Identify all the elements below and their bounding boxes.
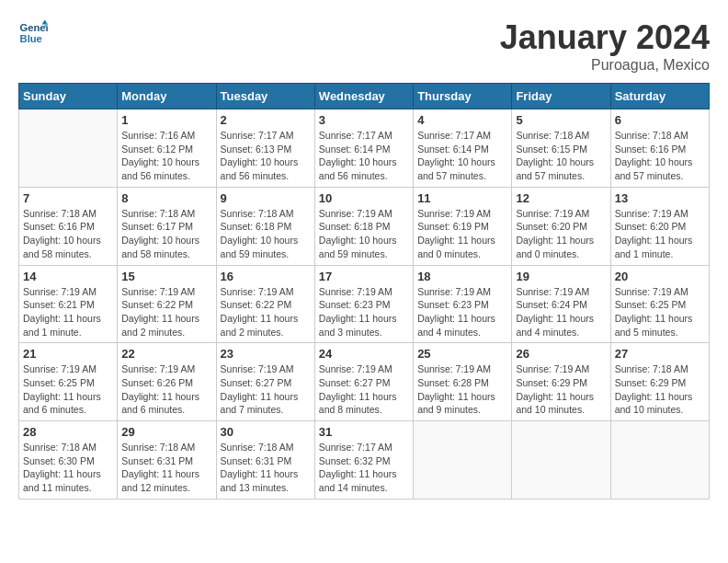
calendar-cell: 20Sunrise: 7:19 AMSunset: 6:25 PMDayligh… — [610, 265, 709, 343]
calendar-cell: 18Sunrise: 7:19 AMSunset: 6:23 PMDayligh… — [414, 265, 512, 343]
calendar-cell: 23Sunrise: 7:19 AMSunset: 6:27 PMDayligh… — [216, 343, 314, 421]
day-number: 7 — [23, 191, 113, 205]
day-info: Sunrise: 7:19 AMSunset: 6:20 PMDaylight:… — [615, 207, 705, 261]
calendar-cell: 2Sunrise: 7:17 AMSunset: 6:13 PMDaylight… — [216, 109, 314, 188]
calendar-cell: 17Sunrise: 7:19 AMSunset: 6:23 PMDayligh… — [314, 265, 413, 343]
logo: General Blue — [18, 18, 48, 48]
calendar-cell: 11Sunrise: 7:19 AMSunset: 6:19 PMDayligh… — [414, 187, 512, 265]
day-number: 15 — [121, 270, 211, 283]
day-number: 10 — [319, 191, 409, 205]
day-number: 24 — [319, 347, 409, 361]
page-header: General Blue January 2024 Puroagua, Mexi… — [18, 18, 710, 74]
logo-icon: General Blue — [18, 18, 48, 48]
calendar-cell — [19, 109, 118, 188]
day-number: 3 — [319, 113, 409, 127]
day-info: Sunrise: 7:17 AMSunset: 6:13 PMDaylight:… — [221, 129, 311, 183]
calendar-cell: 5Sunrise: 7:18 AMSunset: 6:15 PMDaylight… — [512, 109, 610, 188]
day-number: 18 — [417, 270, 507, 283]
calendar-cell: 25Sunrise: 7:19 AMSunset: 6:28 PMDayligh… — [414, 343, 512, 421]
day-info: Sunrise: 7:19 AMSunset: 6:29 PMDaylight:… — [516, 362, 606, 417]
day-info: Sunrise: 7:18 AMSunset: 6:31 PMDaylight:… — [221, 441, 311, 495]
calendar-cell: 6Sunrise: 7:18 AMSunset: 6:16 PMDaylight… — [610, 109, 709, 188]
day-number: 22 — [121, 347, 211, 361]
day-info: Sunrise: 7:19 AMSunset: 6:22 PMDaylight:… — [221, 285, 311, 339]
weekday-header-tuesday: Tuesday — [216, 84, 314, 109]
calendar-week-row: 14Sunrise: 7:19 AMSunset: 6:21 PMDayligh… — [19, 265, 710, 343]
calendar-cell: 10Sunrise: 7:19 AMSunset: 6:18 PMDayligh… — [314, 187, 413, 265]
calendar-week-row: 28Sunrise: 7:18 AMSunset: 6:30 PMDayligh… — [19, 421, 710, 500]
weekday-header-row: SundayMondayTuesdayWednesdayThursdayFrid… — [19, 84, 710, 109]
day-number: 25 — [417, 347, 507, 361]
day-number: 5 — [516, 113, 606, 127]
day-info: Sunrise: 7:18 AMSunset: 6:29 PMDaylight:… — [615, 362, 705, 417]
day-number: 11 — [417, 191, 507, 205]
day-number: 29 — [121, 425, 211, 439]
calendar-cell: 24Sunrise: 7:19 AMSunset: 6:27 PMDayligh… — [314, 343, 413, 421]
calendar-cell: 27Sunrise: 7:18 AMSunset: 6:29 PMDayligh… — [610, 343, 709, 421]
calendar-cell: 1Sunrise: 7:16 AMSunset: 6:12 PMDaylight… — [118, 109, 216, 188]
weekday-header-thursday: Thursday — [414, 84, 512, 109]
day-number: 20 — [615, 270, 705, 283]
calendar-cell: 12Sunrise: 7:19 AMSunset: 6:20 PMDayligh… — [512, 187, 610, 265]
weekday-header-wednesday: Wednesday — [314, 84, 413, 109]
day-info: Sunrise: 7:19 AMSunset: 6:20 PMDaylight:… — [516, 207, 606, 261]
day-info: Sunrise: 7:16 AMSunset: 6:12 PMDaylight:… — [121, 129, 211, 183]
calendar-week-row: 1Sunrise: 7:16 AMSunset: 6:12 PMDaylight… — [19, 109, 710, 188]
day-number: 16 — [221, 270, 311, 283]
calendar-cell: 29Sunrise: 7:18 AMSunset: 6:31 PMDayligh… — [118, 421, 216, 500]
month-title: January 2024 — [500, 18, 710, 57]
calendar-cell: 19Sunrise: 7:19 AMSunset: 6:24 PMDayligh… — [512, 265, 610, 343]
day-info: Sunrise: 7:19 AMSunset: 6:27 PMDaylight:… — [221, 362, 311, 417]
calendar-cell — [414, 421, 512, 500]
weekday-header-saturday: Saturday — [610, 84, 709, 109]
weekday-header-sunday: Sunday — [19, 84, 118, 109]
calendar-week-row: 21Sunrise: 7:19 AMSunset: 6:25 PMDayligh… — [19, 343, 710, 421]
day-info: Sunrise: 7:19 AMSunset: 6:21 PMDaylight:… — [23, 285, 113, 339]
day-info: Sunrise: 7:19 AMSunset: 6:28 PMDaylight:… — [417, 362, 507, 417]
day-info: Sunrise: 7:19 AMSunset: 6:19 PMDaylight:… — [417, 207, 507, 261]
day-number: 6 — [615, 113, 705, 127]
location-subtitle: Puroagua, Mexico — [500, 57, 710, 74]
day-number: 30 — [221, 425, 311, 439]
day-number: 31 — [319, 425, 409, 439]
day-info: Sunrise: 7:18 AMSunset: 6:31 PMDaylight:… — [121, 441, 211, 495]
day-number: 28 — [23, 425, 113, 439]
day-info: Sunrise: 7:19 AMSunset: 6:23 PMDaylight:… — [319, 285, 409, 339]
day-number: 23 — [221, 347, 311, 361]
day-info: Sunrise: 7:18 AMSunset: 6:16 PMDaylight:… — [23, 207, 113, 261]
day-number: 27 — [615, 347, 705, 361]
calendar-cell: 9Sunrise: 7:18 AMSunset: 6:18 PMDaylight… — [216, 187, 314, 265]
day-info: Sunrise: 7:19 AMSunset: 6:24 PMDaylight:… — [516, 285, 606, 339]
day-info: Sunrise: 7:19 AMSunset: 6:26 PMDaylight:… — [121, 362, 211, 417]
weekday-header-monday: Monday — [118, 84, 216, 109]
day-number: 8 — [121, 191, 211, 205]
calendar-cell: 15Sunrise: 7:19 AMSunset: 6:22 PMDayligh… — [118, 265, 216, 343]
day-number: 9 — [221, 191, 311, 205]
calendar-cell — [512, 421, 610, 500]
day-info: Sunrise: 7:18 AMSunset: 6:30 PMDaylight:… — [23, 441, 113, 495]
calendar-cell: 31Sunrise: 7:17 AMSunset: 6:32 PMDayligh… — [314, 421, 413, 500]
day-number: 19 — [516, 270, 606, 283]
calendar-cell: 14Sunrise: 7:19 AMSunset: 6:21 PMDayligh… — [19, 265, 118, 343]
calendar-week-row: 7Sunrise: 7:18 AMSunset: 6:16 PMDaylight… — [19, 187, 710, 265]
day-info: Sunrise: 7:19 AMSunset: 6:22 PMDaylight:… — [121, 285, 211, 339]
day-number: 1 — [121, 113, 211, 127]
day-number: 17 — [319, 270, 409, 283]
calendar-table: SundayMondayTuesdayWednesdayThursdayFrid… — [18, 83, 710, 500]
day-number: 26 — [516, 347, 606, 361]
calendar-cell: 7Sunrise: 7:18 AMSunset: 6:16 PMDaylight… — [19, 187, 118, 265]
calendar-cell: 26Sunrise: 7:19 AMSunset: 6:29 PMDayligh… — [512, 343, 610, 421]
calendar-cell: 30Sunrise: 7:18 AMSunset: 6:31 PMDayligh… — [216, 421, 314, 500]
svg-text:Blue: Blue — [20, 33, 42, 44]
calendar-cell: 22Sunrise: 7:19 AMSunset: 6:26 PMDayligh… — [118, 343, 216, 421]
day-info: Sunrise: 7:18 AMSunset: 6:17 PMDaylight:… — [121, 207, 211, 261]
day-number: 4 — [417, 113, 507, 127]
day-info: Sunrise: 7:19 AMSunset: 6:23 PMDaylight:… — [417, 285, 507, 339]
calendar-cell: 13Sunrise: 7:19 AMSunset: 6:20 PMDayligh… — [610, 187, 709, 265]
day-number: 13 — [615, 191, 705, 205]
day-info: Sunrise: 7:18 AMSunset: 6:16 PMDaylight:… — [615, 129, 705, 183]
day-number: 14 — [23, 270, 113, 283]
title-section: January 2024 Puroagua, Mexico — [500, 18, 710, 74]
day-number: 21 — [23, 347, 113, 361]
weekday-header-friday: Friday — [512, 84, 610, 109]
